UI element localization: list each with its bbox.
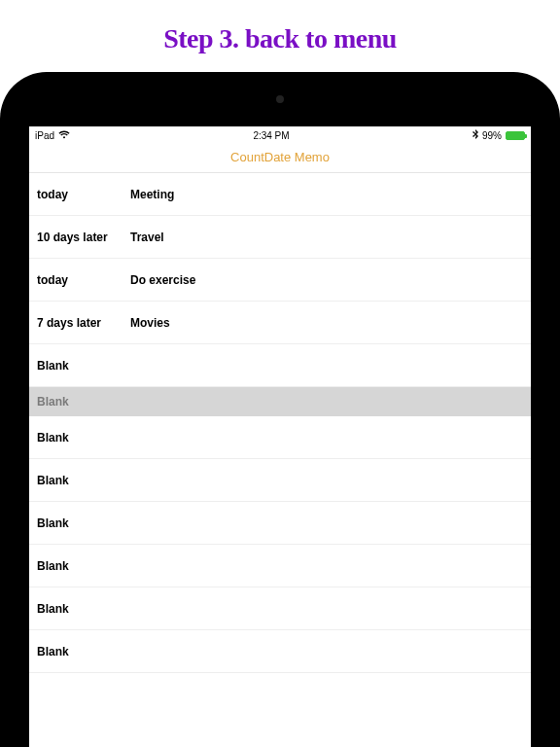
carrier-label: iPad: [35, 130, 54, 141]
list-item[interactable]: Blank: [29, 416, 531, 459]
list-item[interactable]: Blank: [29, 630, 531, 673]
list-item[interactable]: Blank: [29, 459, 531, 502]
list-item[interactable]: 10 days laterTravel: [29, 216, 531, 259]
tablet-frame: iPad 2:34 PM 99% CountDate Memo todayMee…: [0, 72, 560, 747]
list-item[interactable]: Blank: [29, 344, 531, 387]
when-label: Blank: [37, 359, 130, 373]
highlight-band: Blank: [29, 387, 531, 416]
when-label: Blank: [37, 516, 130, 530]
when-label: 7 days later: [37, 316, 130, 330]
what-label: Meeting: [130, 188, 523, 201]
list-item[interactable]: 7 days laterMovies: [29, 302, 531, 344]
device-screen: iPad 2:34 PM 99% CountDate Memo todayMee…: [29, 126, 531, 747]
when-label: Blank: [37, 431, 130, 445]
app-title: CountDate Memo: [29, 144, 531, 173]
list-item[interactable]: todayDo exercise: [29, 259, 531, 302]
battery-percent: 99%: [482, 130, 502, 141]
when-label: today: [37, 273, 130, 287]
wifi-icon: [58, 130, 70, 141]
when-label: 10 days later: [37, 231, 130, 244]
when-label: Blank: [37, 395, 130, 409]
bluetooth-icon: [472, 129, 478, 141]
what-label: Travel: [130, 231, 523, 244]
when-label: Blank: [37, 474, 130, 487]
list-item[interactable]: Blank: [29, 502, 531, 545]
when-label: Blank: [37, 645, 130, 658]
battery-icon: [506, 131, 525, 140]
memo-list[interactable]: todayMeeting10 days laterTraveltodayDo e…: [29, 173, 531, 747]
list-item[interactable]: Blank: [29, 387, 531, 416]
status-bar: iPad 2:34 PM 99%: [29, 126, 531, 144]
what-label: Movies: [130, 316, 523, 330]
list-item[interactable]: Blank: [29, 587, 531, 630]
list-item[interactable]: Blank: [29, 545, 531, 587]
promo-title: Step 3. back to menu: [0, 0, 560, 72]
when-label: today: [37, 188, 130, 201]
when-label: Blank: [37, 602, 130, 616]
clock: 2:34 PM: [253, 130, 289, 141]
when-label: Blank: [37, 559, 130, 573]
list-item[interactable]: todayMeeting: [29, 173, 531, 216]
what-label: Do exercise: [130, 273, 523, 287]
